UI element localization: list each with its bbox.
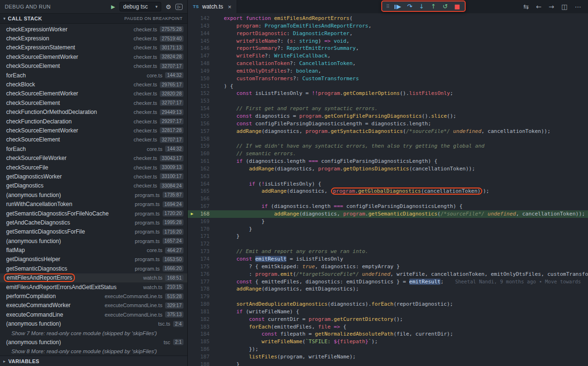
stack-frame[interactable]: getSemanticDiagnosticsprogram.ts1666:20: [0, 264, 187, 273]
stack-frame[interactable]: checkSourceElementWorkerchecker.ts32817:…: [0, 126, 187, 135]
code-line[interactable]: 183 forEach(emittedFiles, file => {: [188, 323, 588, 331]
stack-frame[interactable]: checkSourceFileWorkerchecker.ts33043:17: [0, 153, 187, 162]
stack-frame[interactable]: checkExpressionStatementchecker.ts30171:…: [0, 43, 187, 52]
code-line[interactable]: 170 }: [188, 225, 588, 233]
stack-frame[interactable]: (anonymous function)program.ts1657:24: [0, 236, 187, 245]
open-changes-icon[interactable]: ⇆: [524, 3, 529, 10]
navigate-back-icon[interactable]: ←: [536, 3, 542, 10]
tab-watch-ts[interactable]: TS watch.ts ×: [188, 0, 237, 13]
code-line[interactable]: 157 addRange(diagnostics, program.getSyn…: [188, 128, 588, 135]
code-line[interactable]: 181 if (writeFileName) {: [188, 308, 588, 316]
debug-step-over-icon[interactable]: ↷: [404, 3, 415, 10]
close-icon[interactable]: ×: [228, 3, 232, 10]
stack-frame[interactable]: checkFunctionOrMethodDeclarationchecker.…: [0, 108, 187, 117]
stack-skip-row[interactable]: Show 8 More: read-only core module (skip…: [0, 347, 187, 356]
code-line[interactable]: 185 writeFileName(`TSFILE: ${filepath}`)…: [188, 338, 588, 346]
stack-frame[interactable]: flatMapcore.ts464:27: [0, 245, 187, 254]
stack-frame[interactable]: (anonymous function)tsc.ts2:4: [0, 319, 187, 328]
stack-frame[interactable]: checkSourceElementchecker.ts32707:17: [0, 62, 187, 71]
callstack-section-header[interactable]: ▾ CALL STACK PAUSED ON BREAKPOINT: [0, 13, 187, 24]
stack-frame[interactable]: forEachcore.ts144:32: [0, 144, 187, 153]
code-line[interactable]: 154 // First get and report any syntacti…: [188, 105, 588, 113]
code-line[interactable]: 187 listFiles(program, writeFileName);: [188, 353, 588, 361]
code-line[interactable]: 144 reportDiagnostic: DiagnosticReporter…: [188, 30, 588, 38]
code-line[interactable]: 178 addRange(diagnostics, emitDiagnostic…: [188, 285, 588, 293]
code-line[interactable]: 152 const isListFilesOnly = !!program.ge…: [188, 90, 588, 97]
code-line[interactable]: 166: [188, 195, 588, 203]
stack-frame[interactable]: checkExpressionchecker.ts27519:40: [0, 34, 187, 43]
stack-frame[interactable]: forEachcore.ts144:32: [0, 71, 187, 80]
debug-stop-icon[interactable]: ■: [452, 3, 462, 10]
stack-frame[interactable]: checkExpressionWorkerchecker.ts27575:28: [0, 25, 187, 34]
code-line[interactable]: 142export function emitFilesAndReportErr…: [188, 15, 588, 22]
stack-frame[interactable]: checkSourceElementWorkerchecker.ts32824:…: [0, 52, 187, 61]
stack-frame[interactable]: performCompilationexecuteCommandLine.ts5…: [0, 291, 187, 300]
code-line[interactable]: 146 reportSummary?: ReportEmitErrorSumma…: [188, 45, 588, 52]
stack-frame[interactable]: (anonymous function)tsc2:1: [0, 338, 187, 347]
code-line[interactable]: 150 customTransformers?: CustomTransform…: [188, 75, 588, 83]
code-line[interactable]: 169 }: [188, 218, 588, 225]
code-line[interactable]: 151) {: [188, 83, 588, 90]
code-line[interactable]: 164 if (!isListFilesOnly) {: [188, 180, 588, 188]
code-line[interactable]: 143 program: ProgramToEmitFilesAndReport…: [188, 22, 588, 30]
stack-frame[interactable]: checkSourceElementchecker.ts32707:17: [0, 98, 187, 107]
stack-frame[interactable]: runWithCancellationTokenprogram.ts1694:2…: [0, 199, 187, 208]
stack-frame[interactable]: executeCommandWorkerexecuteCommandLine.t…: [0, 301, 187, 310]
code-line[interactable]: 149 emitOnlyDtsFiles?: boolean,: [188, 67, 588, 75]
stack-skip-row[interactable]: Show 7 More: read-only core module (skip…: [0, 328, 187, 338]
code-line[interactable]: 161 if (diagnostics.length === configFil…: [188, 158, 588, 165]
code-line[interactable]: 173 // Emit and report any errors we ran…: [188, 248, 588, 255]
code-line[interactable]: 180 sortAndDeduplicateDiagnostics(diagno…: [188, 300, 588, 308]
code-line[interactable]: 179: [188, 293, 588, 300]
gear-icon[interactable]: ⚙: [165, 3, 171, 10]
code-line[interactable]: 174 const emitResult = isListFilesOnly: [188, 255, 588, 263]
stack-frame[interactable]: getAndCacheDiagnosticsprogram.ts1995:28: [0, 218, 187, 227]
code-line[interactable]: 145 writeFileName?: (s: string) => void,: [188, 38, 588, 45]
stack-frame[interactable]: getDiagnosticsHelperprogram.ts1653:50: [0, 255, 187, 264]
code-line[interactable]: 184 const filepath = getNormalizedAbsolu…: [188, 330, 588, 338]
code-line[interactable]: 155 const diagnostics = program.getConfi…: [188, 113, 588, 120]
stack-frame[interactable]: checkSourceElementchecker.ts32707:17: [0, 135, 187, 144]
code-line[interactable]: 177 const { emittedFiles, diagnostics: e…: [188, 278, 588, 286]
stack-frame[interactable]: emitFilesAndReportErrorswatch.ts168:51: [0, 273, 187, 282]
debug-continue-icon[interactable]: ▶: [393, 3, 403, 10]
stack-frame[interactable]: executeCommandLineexecuteCommandLine.ts3…: [0, 310, 187, 319]
stack-frame[interactable]: getDiagnosticschecker.ts33084:24: [0, 181, 187, 190]
code-line[interactable]: 158: [188, 135, 588, 143]
code-line[interactable]: ▶168 addRange(diagnostics, program.getSe…: [188, 210, 588, 218]
stack-frame[interactable]: checkSourceFilechecker.ts33009:13: [0, 163, 187, 172]
navigate-forward-icon[interactable]: →: [549, 3, 554, 10]
code-line[interactable]: 156 const configFileParsingDiagnosticsLe…: [188, 120, 588, 128]
code-line[interactable]: 165 addRange(diagnostics, program.getGlo…: [188, 188, 588, 195]
stack-frame[interactable]: emitFilesAndReportErrorsAndGetExitStatus…: [0, 282, 187, 291]
stack-frame[interactable]: checkSourceElementWorkerchecker.ts32820:…: [0, 89, 187, 98]
stack-frame[interactable]: getSemanticDiagnosticsForFileNoCacheprog…: [0, 209, 187, 218]
debug-console-icon[interactable]: ▷: [175, 4, 183, 10]
debug-step-out-icon[interactable]: ↑: [428, 3, 439, 10]
variables-section-header[interactable]: ▸ VARIABLES: [0, 356, 187, 366]
code-line[interactable]: 162 addRange(diagnostics, program.getOpt…: [188, 165, 588, 173]
code-line[interactable]: 147 writeFile?: WriteFileCallback,: [188, 52, 588, 60]
stack-frame[interactable]: checkBlockchecker.ts29765:17: [0, 80, 187, 89]
code-line[interactable]: 175 ? { emitSkipped: true, diagnostics: …: [188, 263, 588, 271]
code-line[interactable]: 159 // If we didn't have any syntactic e…: [188, 142, 588, 150]
code-line[interactable]: 171 }: [188, 233, 588, 240]
stack-frame[interactable]: getSemanticDiagnosticsForFileprogram.ts1…: [0, 227, 187, 236]
debug-step-into-icon[interactable]: ↓: [416, 3, 427, 10]
code-line[interactable]: 172: [188, 240, 588, 248]
code-line[interactable]: 176 : program.emit(/*targetSourceFile*/ …: [188, 271, 588, 278]
code-line[interactable]: 186 });: [188, 346, 588, 353]
debug-drag-handle-icon[interactable]: ⠿: [385, 4, 391, 9]
stack-frame[interactable]: (anonymous function)program.ts1735:87: [0, 190, 187, 199]
start-debug-icon[interactable]: ▶: [111, 4, 115, 10]
debug-restart-icon[interactable]: ↺: [440, 3, 450, 10]
code-line[interactable]: 167 if (diagnostics.length === configFil…: [188, 203, 588, 210]
code-line[interactable]: 153: [188, 97, 588, 105]
split-editor-icon[interactable]: ◫: [561, 3, 568, 10]
launch-config-select[interactable]: debug tsc ▾: [119, 2, 162, 11]
code-line[interactable]: 182 const currentDir = program.getCurren…: [188, 316, 588, 323]
code-line[interactable]: 148 cancellationToken?: CancellationToke…: [188, 60, 588, 67]
code-line[interactable]: 188 }: [188, 361, 588, 366]
code-line[interactable]: 160 // semantic errors.: [188, 150, 588, 158]
stack-frame[interactable]: checkFunctionDeclarationchecker.ts29297:…: [0, 117, 187, 126]
